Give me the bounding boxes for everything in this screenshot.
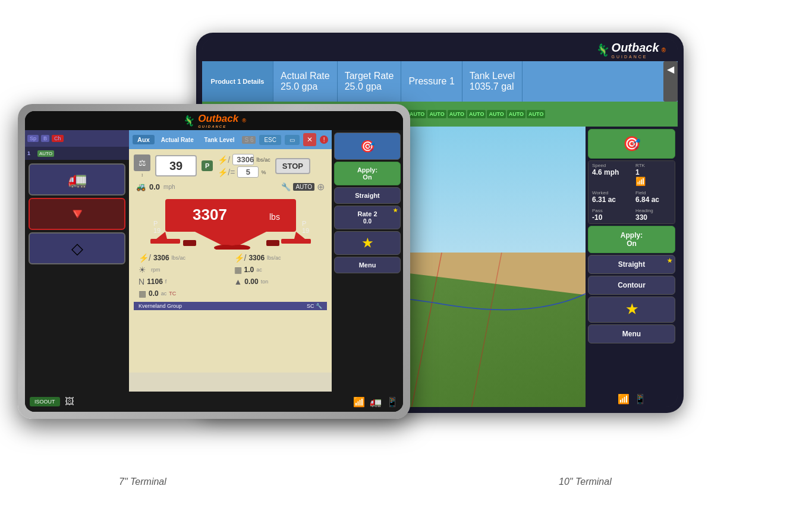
target-rate-value: 25.0 gpa	[345, 81, 382, 92]
auto-6: AUTO	[448, 110, 466, 118]
straight-button-7[interactable]: Straight	[334, 187, 401, 204]
pass-value: -10	[592, 213, 628, 222]
tank-level-col-7: Tank Level	[200, 137, 239, 143]
arrow-button[interactable]: ◀	[663, 61, 678, 102]
pressure-stat: Pressure 1	[401, 61, 462, 102]
t7-header: 🦎 Outback GUIDANCE ®	[25, 111, 403, 130]
svg-text:19: 19	[153, 227, 160, 234]
area2-unit: ac	[161, 291, 167, 296]
apply-button-10[interactable]: Apply:On	[588, 226, 675, 253]
pressure-label: Pressure 1	[408, 76, 454, 87]
logo-text-10: Outback	[612, 41, 659, 54]
weight-value: 0.00	[244, 277, 258, 286]
rate2-star: ★	[393, 207, 398, 213]
rpm-unit: rpm	[151, 267, 160, 273]
gecko-icon-7: 🦎	[182, 115, 194, 127]
auto-7: AUTO	[467, 110, 486, 118]
rate-val-1: 3306	[232, 154, 254, 165]
speed-mph-unit: mph	[163, 184, 175, 190]
stop-button-7[interactable]: STOP	[275, 158, 310, 174]
auto-5: AUTO	[427, 110, 446, 118]
actual-rate-col-7: Actual Rate	[158, 137, 197, 143]
favorites-button-7[interactable]: ★	[334, 231, 401, 255]
outback-logo-7: 🦎 Outback GUIDANCE ®	[182, 113, 246, 128]
apply-button-7[interactable]: Apply:On	[334, 162, 401, 185]
pass-cell: Pass -10	[588, 206, 631, 223]
rate4-unit: lbs/ac	[267, 255, 281, 261]
t7-icon-row: 🚛 🔻 ◇	[25, 160, 129, 392]
rate-icon-2: ⚡/=	[218, 168, 235, 177]
spreader-button-7[interactable]: 🔻	[29, 198, 125, 230]
straight-button-10[interactable]: ★ Straight	[588, 255, 675, 274]
rate-row2: ⚡/= 5 %	[218, 166, 270, 178]
channel-label-7: Ch	[52, 135, 64, 142]
truck-button-7[interactable]: 🚛	[29, 163, 125, 195]
worked-cell: Worked 6.31 ac	[588, 188, 631, 206]
esc-button-7[interactable]: ESC	[259, 135, 281, 145]
stat-area2: ▦ 0.0 ac TC	[139, 289, 227, 298]
actual-rate-stat: Actual Rate 25.0 gpa	[273, 61, 338, 102]
channel-num-7: 1	[27, 150, 36, 156]
area1-unit: ac	[256, 267, 262, 273]
rate3-value: 3306	[153, 254, 169, 262]
target-icon: ⊕	[317, 181, 325, 193]
alert-badge: !	[320, 135, 328, 144]
aux-label: Aux	[133, 135, 155, 144]
speed-mph-value: 0.0	[149, 182, 160, 191]
logo-sub-10: GUIDANCE	[612, 55, 659, 59]
t7-main-area: Aux Actual Rate Tank Level S 6 ESC ▭ ✕ !	[129, 130, 332, 392]
logo-sub-7: GUIDANCE	[198, 125, 238, 128]
kverneland-label: Kverneland Group	[139, 303, 182, 309]
device-bottom-icon: 📱	[386, 396, 398, 408]
image-icon-7[interactable]: 🖼	[65, 396, 74, 407]
stat-seeds: N 1106 f	[139, 277, 227, 286]
actual-rate-value: 25.0 gpa	[281, 81, 317, 92]
auto-8: AUTO	[487, 110, 505, 118]
hopper-display: 3307 lbs P 19 P 19	[139, 196, 322, 250]
contour-button-10[interactable]: Contour	[588, 276, 675, 295]
tc-label: TC	[169, 291, 176, 296]
svg-text:lbs: lbs	[269, 212, 280, 222]
t7-channel-row: 1 AUTO	[25, 147, 129, 160]
svg-text:P: P	[302, 220, 306, 227]
svg-text:P: P	[153, 220, 158, 227]
tank-level-value: 1035.7 gal	[470, 81, 514, 92]
rtk-cell: RTK 1 📶	[632, 161, 675, 188]
rate3-icon: ⚡/	[139, 253, 151, 263]
steering-button-7[interactable]: 🎯	[334, 133, 401, 160]
t7-left-top: Sp B Ch	[25, 130, 129, 147]
rate4-value: 3306	[248, 254, 265, 262]
steering-button[interactable]: 🎯	[588, 129, 675, 159]
auto-10: AUTO	[527, 110, 545, 118]
tank-level-stat: Tank Level 1035.7 gal	[462, 61, 523, 102]
terminal-7: 🦎 Outback GUIDANCE ® Sp B Ch 1 AUTO	[18, 104, 410, 419]
rate-row1: ⚡/ 3306 lbs/ac	[218, 154, 270, 165]
auto-4: AUTO	[408, 110, 426, 118]
nav-button-7[interactable]: ◇	[29, 232, 125, 264]
truck-bottom-icon: 🚛	[370, 396, 382, 408]
seeds-value: 1106	[147, 277, 163, 286]
rate2-button-7[interactable]: ★ Rate 20.0	[334, 206, 401, 229]
menu-button-10[interactable]: Menu	[588, 324, 675, 343]
actual-rate-label: Actual Rate	[281, 71, 330, 81]
area1-icon: ▦	[234, 265, 242, 275]
boom-label-7: B	[41, 135, 49, 142]
seeds-icon: N	[139, 277, 144, 286]
seeds-unit: f	[165, 279, 167, 285]
rtk-label: RTK	[635, 163, 671, 168]
stat-rate3: ⚡/ 3306 lbs/ac	[139, 253, 227, 263]
outback-logo-10: 🦎 Outback GUIDANCE ®	[594, 41, 666, 59]
menu-button-7[interactable]: Menu	[334, 257, 401, 273]
weight-unit: ton	[261, 279, 269, 285]
worked-label: Worked	[592, 190, 628, 195]
isoout-button[interactable]: ISOOUT	[30, 397, 60, 406]
t10-right-panel: 🎯 Speed 4.6 mph RTK 1 📶 Worked 6.31 ac	[586, 127, 678, 407]
product-details-box[interactable]: Product 1 Details	[202, 61, 273, 102]
truck-icon: 🚛	[68, 171, 87, 189]
minimize-button-7[interactable]: ▭	[285, 135, 300, 145]
t10-top-bar: Product 1 Details Actual Rate 25.0 gpa T…	[202, 61, 678, 102]
close-button-7[interactable]: ✕	[303, 133, 316, 146]
favorites-button-10[interactable]: ★	[588, 296, 675, 323]
speed-value-7: 39	[169, 159, 182, 173]
svg-text:3307: 3307	[193, 206, 227, 223]
